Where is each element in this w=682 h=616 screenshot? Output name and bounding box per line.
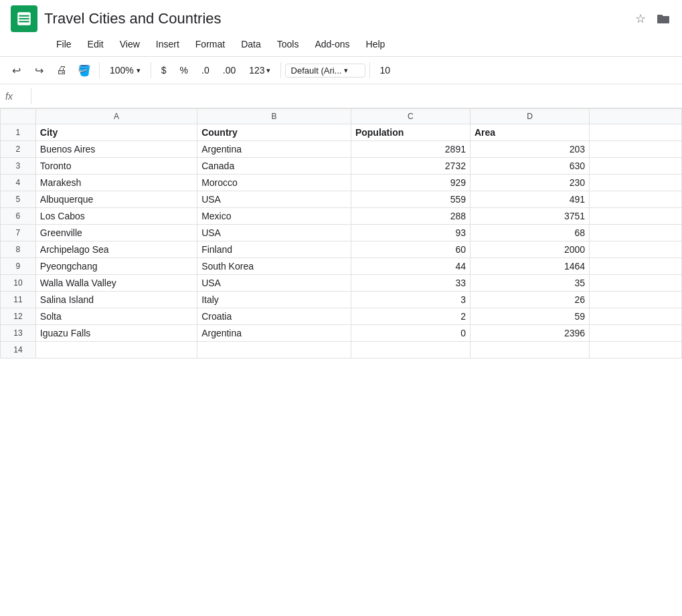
star-icon[interactable]: ☆ <box>632 11 649 27</box>
cell-a[interactable]: Archipelago Sea <box>35 241 197 258</box>
cell-d[interactable]: 68 <box>470 225 589 241</box>
menu-help[interactable]: Help <box>358 36 394 52</box>
cell-e[interactable] <box>590 292 682 308</box>
cell-a[interactable]: Buenos Aires <box>35 141 197 158</box>
cell-c[interactable]: 3 <box>351 292 470 308</box>
cell-c[interactable]: Population <box>351 124 470 141</box>
cell-a[interactable]: Albuquerque <box>35 191 197 208</box>
row-number[interactable]: 13 <box>1 325 36 342</box>
menu-edit[interactable]: Edit <box>80 36 112 52</box>
cell-e[interactable] <box>590 158 682 175</box>
col-header-d[interactable]: D <box>470 109 589 124</box>
row-number[interactable]: 7 <box>1 225 36 241</box>
menu-file[interactable]: File <box>48 36 80 52</box>
cell-b[interactable]: Argentina <box>197 325 351 342</box>
col-header-a[interactable]: A <box>35 109 197 124</box>
cell-b[interactable]: Morocco <box>197 175 351 191</box>
cell-e[interactable] <box>590 275 682 292</box>
cell-d[interactable]: 59 <box>470 308 589 325</box>
cell-e[interactable] <box>590 225 682 241</box>
row-number[interactable]: 6 <box>1 208 36 225</box>
cell-a[interactable]: Marakesh <box>35 175 197 191</box>
cell-b[interactable] <box>197 342 351 358</box>
cell-c[interactable]: 60 <box>351 241 470 258</box>
cell-c[interactable]: 93 <box>351 225 470 241</box>
row-number[interactable]: 12 <box>1 308 36 325</box>
menu-tools[interactable]: Tools <box>269 36 307 52</box>
menu-view[interactable]: View <box>112 36 148 52</box>
cell-e[interactable] <box>590 141 682 158</box>
undo-button[interactable]: ↩ <box>5 60 27 81</box>
decimal-inc-button[interactable]: .00 <box>217 63 242 78</box>
cell-d[interactable] <box>470 342 589 358</box>
cell-e[interactable] <box>590 191 682 208</box>
cell-b[interactable]: USA <box>197 225 351 241</box>
number-format-button[interactable]: 123 <box>243 63 276 78</box>
menu-format[interactable]: Format <box>187 36 233 52</box>
row-number[interactable]: 2 <box>1 141 36 158</box>
row-number[interactable]: 8 <box>1 241 36 258</box>
cell-a[interactable]: Toronto <box>35 158 197 175</box>
cell-b[interactable]: Mexico <box>197 208 351 225</box>
row-number[interactable]: 5 <box>1 191 36 208</box>
cell-e[interactable] <box>590 325 682 342</box>
cell-b[interactable]: USA <box>197 275 351 292</box>
cell-d[interactable]: 3751 <box>470 208 589 225</box>
font-selector[interactable]: Default (Ari... <box>285 64 365 78</box>
cell-a[interactable]: Solta <box>35 308 197 325</box>
col-header-b[interactable]: B <box>197 109 351 124</box>
cell-d[interactable]: 35 <box>470 275 589 292</box>
row-number[interactable]: 3 <box>1 158 36 175</box>
cell-e[interactable] <box>590 175 682 191</box>
cell-d[interactable]: Area <box>470 124 589 141</box>
cell-b[interactable]: Italy <box>197 292 351 308</box>
cell-d[interactable]: 630 <box>470 158 589 175</box>
cell-c[interactable]: 44 <box>351 258 470 275</box>
row-number[interactable]: 1 <box>1 124 36 141</box>
cell-a[interactable]: City <box>35 124 197 141</box>
cell-e[interactable] <box>590 308 682 325</box>
cell-d[interactable]: 203 <box>470 141 589 158</box>
cell-c[interactable]: 2 <box>351 308 470 325</box>
cell-c[interactable] <box>351 342 470 358</box>
print-button[interactable]: 🖨 <box>51 60 72 81</box>
row-number[interactable]: 10 <box>1 275 36 292</box>
font-size-button[interactable]: 10 <box>374 63 397 78</box>
cell-d[interactable]: 491 <box>470 191 589 208</box>
cell-e[interactable] <box>590 208 682 225</box>
cell-c[interactable]: 2732 <box>351 158 470 175</box>
cell-d[interactable]: 230 <box>470 175 589 191</box>
cell-a[interactable]: Pyeongchang <box>35 258 197 275</box>
menu-addons[interactable]: Add-ons <box>307 36 357 52</box>
cell-a[interactable]: Greenville <box>35 225 197 241</box>
decimal-dec-button[interactable]: .0 <box>195 63 216 78</box>
cell-c[interactable]: 288 <box>351 208 470 225</box>
row-number[interactable]: 9 <box>1 258 36 275</box>
cell-d[interactable]: 26 <box>470 292 589 308</box>
cell-c[interactable]: 33 <box>351 275 470 292</box>
row-number[interactable]: 11 <box>1 292 36 308</box>
cell-b[interactable]: USA <box>197 191 351 208</box>
cell-c[interactable]: 0 <box>351 325 470 342</box>
row-number[interactable]: 14 <box>1 342 36 358</box>
cell-d[interactable]: 2396 <box>470 325 589 342</box>
menu-insert[interactable]: Insert <box>148 36 187 52</box>
redo-button[interactable]: ↪ <box>28 60 50 81</box>
menu-data[interactable]: Data <box>233 36 269 52</box>
cell-a[interactable] <box>35 342 197 358</box>
cell-c[interactable]: 2891 <box>351 141 470 158</box>
col-header-e[interactable] <box>590 109 682 124</box>
zoom-selector[interactable]: 100% <box>104 63 147 78</box>
percent-button[interactable]: % <box>174 63 194 78</box>
formula-input[interactable] <box>37 91 677 102</box>
cell-b[interactable]: Finland <box>197 241 351 258</box>
row-number[interactable]: 4 <box>1 175 36 191</box>
cell-b[interactable]: South Korea <box>197 258 351 275</box>
col-header-c[interactable]: C <box>351 109 470 124</box>
cell-b[interactable]: Croatia <box>197 308 351 325</box>
folder-icon[interactable] <box>655 11 671 27</box>
cell-b[interactable]: Country <box>197 124 351 141</box>
cell-a[interactable]: Iguazu Falls <box>35 325 197 342</box>
cell-c[interactable]: 559 <box>351 191 470 208</box>
cell-d[interactable]: 2000 <box>470 241 589 258</box>
